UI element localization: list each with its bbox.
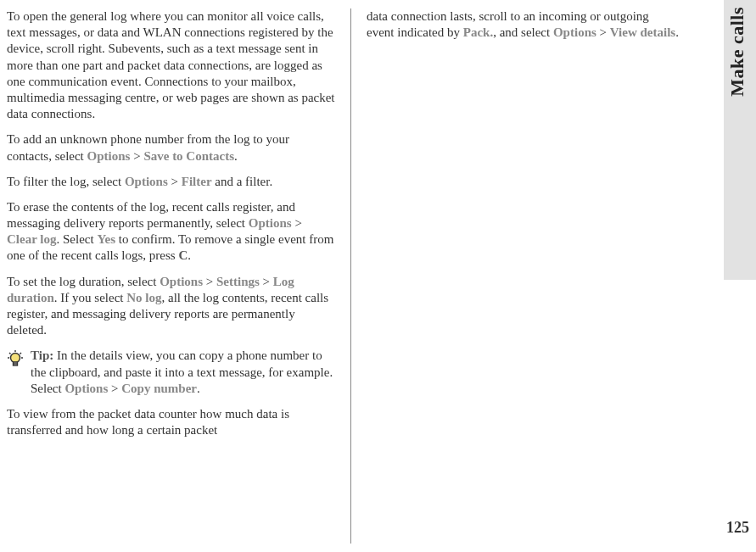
menu-sep: > (130, 149, 143, 163)
menu-path-text: Save to Contacts (143, 149, 234, 163)
svg-point-0 (11, 354, 20, 363)
paragraph: To set the log duration, select Options … (7, 274, 335, 339)
section-tab-label: Make calls (726, 7, 756, 97)
menu-sep: > (203, 275, 216, 288)
menu-path-text: Clear log (7, 232, 56, 246)
menu-path-text: No log (126, 291, 161, 304)
body-text: To filter the log, select (7, 175, 125, 188)
menu-sep: > (108, 382, 121, 395)
menu-path-text: Filter (182, 175, 212, 188)
body-text: . Select (56, 232, 97, 246)
menu-sep: > (168, 175, 182, 188)
body-text: . (234, 149, 238, 163)
menu-path-text: Options (87, 149, 131, 163)
paragraph: To filter the log, select Options > Filt… (7, 174, 335, 190)
column-left: To open the general log where you can mo… (7, 8, 350, 544)
menu-path-text: View details (610, 25, 675, 39)
menu-path-text: Options (249, 216, 292, 230)
menu-sep: > (260, 275, 273, 288)
body-text: To set the log duration, select (7, 275, 160, 288)
menu-path-text: Options (64, 382, 108, 395)
paragraph: To add an unknown phone number from the … (7, 131, 335, 164)
tip-block: Tip: In the details view, you can copy a… (7, 348, 335, 397)
key-label: C (178, 248, 188, 262)
tip-text: Tip: In the details view, you can copy a… (31, 348, 335, 397)
body-text: . (188, 248, 191, 262)
menu-sep: > (292, 216, 302, 230)
menu-sep: > (596, 25, 610, 39)
body-text: . (197, 382, 200, 395)
menu-path-text: Pack. (463, 25, 493, 39)
menu-path-text: Copy number (121, 382, 197, 395)
menu-path-text: Settings (216, 275, 260, 288)
lightbulb-icon (7, 348, 24, 371)
page-number: 125 (726, 519, 749, 537)
menu-path-text: Options (553, 25, 596, 39)
paragraph: To open the general log where you can mo… (7, 8, 335, 122)
page-content: To open the general log where you can mo… (0, 0, 756, 552)
paragraph: data connection lasts, scroll to an inco… (367, 8, 679, 41)
menu-path-text: Options (125, 175, 168, 188)
svg-line-3 (20, 353, 22, 354)
paragraph: To view from the packet data counter how… (7, 406, 335, 438)
body-text: . If you select (54, 291, 126, 304)
body-text: . (675, 25, 679, 39)
menu-path-text: Options (160, 275, 203, 288)
body-text: and a filter. (212, 175, 273, 188)
svg-line-2 (9, 353, 11, 354)
tip-label: Tip: (31, 348, 57, 362)
body-text: , and select (493, 25, 553, 39)
body-text: To view from the packet data counter how… (7, 407, 289, 437)
column-right: data connection lasts, scroll to an inco… (350, 8, 694, 544)
menu-path-text: Yes (97, 232, 115, 246)
paragraph: To erase the contents of the log, recent… (7, 199, 335, 265)
body-text: To open the general log where you can mo… (7, 9, 335, 120)
